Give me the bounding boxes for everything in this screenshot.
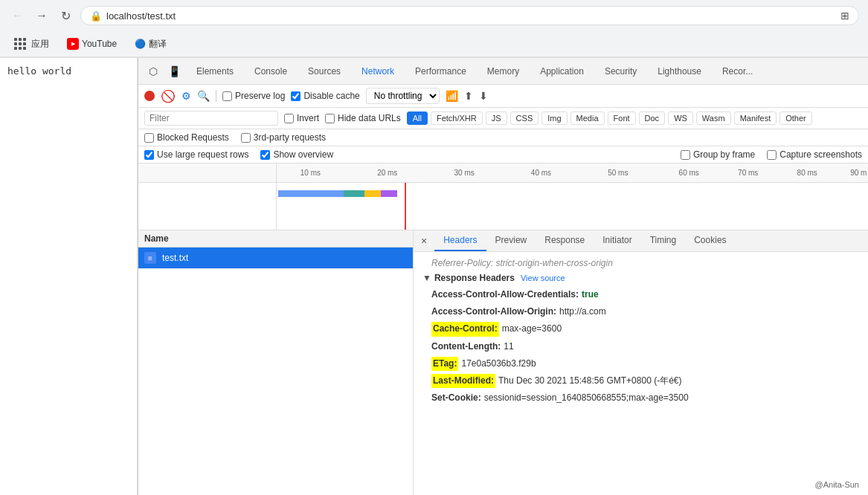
detail-tab-response[interactable]: Response xyxy=(536,230,594,251)
tab-application[interactable]: Application xyxy=(530,60,594,82)
group-by-frame-label[interactable]: Group by frame xyxy=(681,149,755,160)
filter-fetch-xhr[interactable]: Fetch/XHR xyxy=(431,111,483,125)
reload-button[interactable]: ↻ xyxy=(57,7,74,25)
timeline-viz xyxy=(277,183,868,230)
referrer-policy-row: Referrer-Policy: strict-origin-when-cros… xyxy=(414,256,868,270)
detail-tab-cookies[interactable]: Cookies xyxy=(685,230,735,251)
hide-data-urls-checkbox[interactable] xyxy=(325,114,335,123)
download-icon[interactable]: ⬇ xyxy=(479,90,488,102)
show-overview-checkbox[interactable] xyxy=(260,150,270,160)
filter-all[interactable]: All xyxy=(407,111,428,125)
details-panel: × Headers Preview Response Initiator Tim… xyxy=(414,230,868,495)
wifi-icon[interactable]: 📶 xyxy=(446,90,458,102)
filter-icon[interactable]: ⚙ xyxy=(181,90,191,102)
detail-tab-initiator[interactable]: Initiator xyxy=(594,230,640,251)
translate-bookmark[interactable]: 🔵 翻译 xyxy=(132,36,170,52)
address-bar[interactable]: 🔒 localhost/test.txt ⊞ xyxy=(80,6,859,25)
filter-media[interactable]: Media xyxy=(570,111,605,125)
header-name-etag: ETag: xyxy=(431,357,458,371)
invert-checkbox[interactable] xyxy=(284,114,294,123)
mark-90ms: 90 m xyxy=(850,169,867,177)
youtube-bookmark[interactable]: YouTube xyxy=(64,36,120,51)
apps-label: 应用 xyxy=(31,38,49,51)
translate-page-icon[interactable]: ⊞ xyxy=(840,10,849,22)
request-list-header: Name xyxy=(138,230,413,248)
close-details-button[interactable]: × xyxy=(414,230,434,251)
large-rows-label[interactable]: Use large request rows xyxy=(144,149,248,160)
timeline-name-col xyxy=(138,183,277,230)
header-value-last-modified: Thu Dec 30 2021 15:48:56 GMT+0800 (-年é€) xyxy=(498,374,681,388)
third-party-checkbox[interactable] xyxy=(241,133,251,143)
apps-button[interactable]: 应用 xyxy=(9,34,52,54)
detail-tab-timing[interactable]: Timing xyxy=(641,230,686,251)
third-party-label[interactable]: 3rd-party requests xyxy=(241,132,326,143)
invert-label[interactable]: Invert xyxy=(284,113,319,123)
filter-input[interactable] xyxy=(144,111,278,126)
request-item-test-txt[interactable]: test.txt xyxy=(138,248,413,269)
group-by-frame-checkbox[interactable] xyxy=(681,150,690,160)
hide-data-urls-text: Hide data URLs xyxy=(338,113,401,123)
disable-cache-label[interactable]: Disable cache xyxy=(291,91,359,101)
invert-text: Invert xyxy=(297,113,319,123)
forward-button[interactable]: → xyxy=(33,7,51,25)
large-rows-checkbox[interactable] xyxy=(144,150,154,160)
tab-recorder[interactable]: Recor... xyxy=(712,60,763,82)
preserve-log-label[interactable]: Preserve log xyxy=(222,91,285,101)
show-overview-label[interactable]: Show overview xyxy=(260,149,333,160)
detail-tab-preview[interactable]: Preview xyxy=(486,230,536,251)
device-toolbar-button[interactable]: 📱 xyxy=(165,62,183,80)
blocked-requests-label[interactable]: Blocked Requests xyxy=(144,132,229,143)
tab-network[interactable]: Network xyxy=(351,60,405,82)
tab-memory[interactable]: Memory xyxy=(477,60,530,82)
response-headers-section[interactable]: ▼ Response Headers View source xyxy=(414,270,868,286)
lock-icon: 🔒 xyxy=(90,10,102,22)
upload-icon[interactable]: ⬆ xyxy=(464,90,473,102)
capture-screenshots-label[interactable]: Capture screenshots xyxy=(767,149,862,160)
options-bar-2: Use large request rows Show overview Gro… xyxy=(138,146,868,164)
filter-js[interactable]: JS xyxy=(486,111,507,125)
tab-lighthouse[interactable]: Lighthouse xyxy=(647,60,712,82)
header-name-acac: Access-Control-Allow-Credentials: xyxy=(431,288,579,302)
hide-data-urls-label[interactable]: Hide data URLs xyxy=(325,113,401,123)
tab-performance[interactable]: Performance xyxy=(405,60,477,82)
inspect-element-button[interactable]: ⬡ xyxy=(144,62,162,80)
preserve-log-checkbox[interactable] xyxy=(222,91,232,101)
filter-img[interactable]: Img xyxy=(541,111,567,125)
filter-wasm[interactable]: Wasm xyxy=(696,111,731,125)
tab-sources[interactable]: Sources xyxy=(298,60,351,82)
header-name-acao: Access-Control-Allow-Origin: xyxy=(431,305,556,319)
header-row-etag: ETag: 17e0a5036b3.f29b xyxy=(414,355,868,372)
blocked-requests-checkbox[interactable] xyxy=(144,133,154,143)
filter-bar: Invert Hide data URLs All Fetch/XHR JS C… xyxy=(138,108,868,129)
filter-manifest[interactable]: Manifest xyxy=(734,111,777,125)
request-name: test.txt xyxy=(162,253,188,263)
header-value-etag: 17e0a5036b3.f29b xyxy=(461,357,536,371)
header-name-last-modified: Last-Modified: xyxy=(431,374,495,388)
filter-css[interactable]: CSS xyxy=(510,111,539,125)
filter-ws[interactable]: WS xyxy=(668,111,693,125)
browser-chrome: ← → ↻ 🔒 localhost/test.txt ⊞ 应用 YouTube … xyxy=(0,0,868,58)
divider xyxy=(216,90,216,102)
capture-screenshots-checkbox[interactable] xyxy=(767,150,777,160)
filter-font[interactable]: Font xyxy=(608,111,636,125)
disable-cache-text: Disable cache xyxy=(303,91,359,101)
tab-elements[interactable]: Elements xyxy=(186,60,244,82)
large-rows-text: Use large request rows xyxy=(157,149,248,160)
mark-60ms: 60 ms xyxy=(679,169,699,177)
timeline-bar-dns xyxy=(278,190,344,197)
header-name-cache: Cache-Control: xyxy=(431,322,499,336)
back-button[interactable]: ← xyxy=(9,7,27,25)
detail-tab-headers[interactable]: Headers xyxy=(434,230,486,251)
tab-security[interactable]: Security xyxy=(594,60,647,82)
tab-console[interactable]: Console xyxy=(244,60,298,82)
filter-other[interactable]: Other xyxy=(779,111,812,125)
filter-doc[interactable]: Doc xyxy=(639,111,666,125)
throttle-select[interactable]: No throttling xyxy=(366,88,440,104)
view-source-link[interactable]: View source xyxy=(521,274,565,282)
clear-button[interactable]: 🚫 xyxy=(161,89,176,103)
timeline-bar-send xyxy=(364,190,381,197)
search-button[interactable]: 🔍 xyxy=(197,90,210,102)
group-by-frame-text: Group by frame xyxy=(693,149,755,160)
record-button[interactable] xyxy=(144,91,155,101)
disable-cache-checkbox[interactable] xyxy=(291,91,300,101)
